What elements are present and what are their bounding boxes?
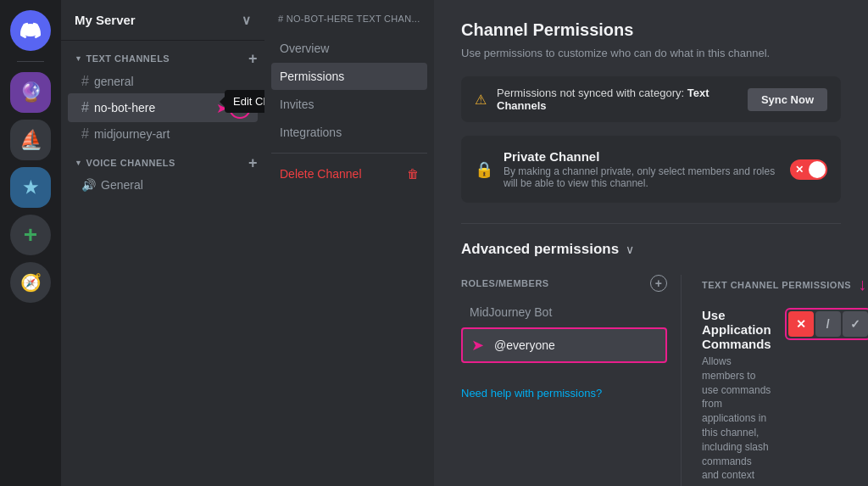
voice-channels-category[interactable]: ▼ VOICE CHANNELS + — [61, 152, 264, 174]
speaker-icon: 🔊 — [81, 178, 96, 192]
warning-icon: ⚠ — [475, 92, 487, 108]
private-channel-toggle[interactable]: ✕ — [790, 159, 827, 180]
sync-banner: ⚠ Permissions not synced with category: … — [461, 76, 841, 122]
roles-header: ROLES/MEMBERS + — [461, 275, 667, 292]
perm-deny-button[interactable]: ✕ — [788, 311, 814, 337]
category-chevron: ▼ — [75, 159, 82, 167]
server-header[interactable]: My Server ∨ — [61, 0, 264, 41]
sync-now-button[interactable]: Sync Now — [748, 88, 827, 111]
role-name: @everyone — [494, 338, 555, 352]
private-channel-title: Private Channel — [504, 149, 780, 164]
channel-name: no-bot-here — [94, 101, 216, 115]
settings-breadcrumb: # NO-BOT-HERE TEXT CHAN... — [271, 14, 427, 34]
server-icons-sidebar: 🔮 ⛵ ★ + 🧭 — [0, 0, 61, 486]
category-chevron: ▼ — [75, 54, 82, 63]
role-name: MidJourney Bot — [470, 305, 552, 319]
advanced-permissions-title: Advanced permissions — [461, 241, 619, 258]
section-divider — [461, 223, 841, 224]
server-chevron: ∨ — [242, 13, 251, 28]
help-permissions-link[interactable]: Need help with permissions? — [461, 387, 602, 399]
advanced-permissions-section: Advanced permissions ∨ ROLES/MEMBERS + M… — [461, 241, 841, 486]
nav-divider — [271, 153, 427, 154]
private-channel-info: Private Channel By making a channel priv… — [504, 149, 780, 189]
perms-header: TEXT CHANNEL PERMISSIONS ↓ — [702, 275, 868, 294]
pink-down-arrow-icon: ↓ — [858, 275, 867, 294]
settings-nav-delete-channel[interactable]: Delete Channel 🗑 — [271, 160, 427, 187]
add-voice-channel-button[interactable]: + — [248, 155, 258, 170]
perm-info: Use Application Commands Allows members … — [702, 308, 771, 486]
text-channels-category[interactable]: ▼ TEXT CHANNELS + — [61, 47, 264, 70]
perm-row: Use Application Commands Allows members … — [702, 308, 868, 486]
channel-general[interactable]: # general — [68, 70, 258, 92]
pink-arrow-icon: ➤ — [471, 336, 484, 355]
hash-icon: # — [81, 100, 89, 115]
channel-list: ▼ TEXT CHANNELS + # general # no-bot-her… — [61, 41, 264, 203]
channel-permissions-title: Channel Permissions — [461, 20, 841, 40]
voice-channels-label: VOICE CHANNELS — [86, 158, 175, 168]
server-icon-boat[interactable]: ⛵ — [10, 120, 51, 160]
private-channel-card: 🔒 Private Channel By making a channel pr… — [461, 136, 841, 203]
lock-icon: 🔒 — [475, 160, 493, 179]
role-item-everyone[interactable]: ➤ @everyone — [461, 327, 667, 363]
perm-title: Use Application Commands — [702, 308, 771, 351]
explore-button[interactable]: 🧭 — [10, 262, 51, 303]
settings-nav-integrations[interactable]: Integrations — [271, 119, 427, 146]
channel-midjourney-art[interactable]: # midjourney-art — [68, 123, 258, 145]
channel-no-bot-here[interactable]: # no-bot-here ➤ ⚙ Edit Channel — [68, 93, 258, 122]
add-role-button[interactable]: + — [650, 275, 667, 292]
gear-icon[interactable]: ⚙ — [229, 97, 251, 119]
settings-nav-invites[interactable]: Invites — [271, 91, 427, 118]
settings-nav-permissions[interactable]: Permissions — [271, 63, 427, 90]
channel-name: midjourney-art — [94, 127, 251, 141]
chevron-down-icon[interactable]: ∨ — [626, 243, 634, 256]
channel-permissions-section: Channel Permissions Use permissions to c… — [461, 20, 841, 203]
hash-icon: # — [81, 74, 89, 89]
perm-controls-wrapper: ✕ / ✓ — [785, 308, 868, 340]
perm-desc: Allows members to use commands from appl… — [702, 355, 771, 486]
channel-sidebar: My Server ∨ ▼ TEXT CHANNELS + # general … — [61, 0, 264, 486]
text-channels-label: TEXT CHANNELS — [86, 53, 170, 64]
permissions-grid: ROLES/MEMBERS + MidJourney Bot ➤ @everyo… — [461, 275, 841, 486]
settings-nav: # NO-BOT-HERE TEXT CHAN... Overview Perm… — [264, 0, 434, 486]
sync-text: Permissions not synced with category: Te… — [497, 87, 737, 112]
private-channel-desc: By making a channel private, only select… — [504, 165, 780, 189]
add-text-channel-button[interactable]: + — [248, 51, 258, 66]
advanced-permissions-header: Advanced permissions ∨ — [461, 241, 841, 258]
channel-general-voice[interactable]: 🔊 General — [68, 175, 258, 195]
trash-icon: 🗑 — [407, 167, 419, 181]
add-server-button[interactable]: + — [10, 215, 51, 255]
highlight-arrow-icon: ➤ — [216, 100, 227, 116]
toggle-knob — [809, 161, 826, 178]
hash-icon: # — [81, 126, 89, 142]
server-icon-purple[interactable]: 🔮 — [10, 72, 51, 113]
role-item-midjourney-bot[interactable]: MidJourney Bot — [461, 299, 667, 326]
perms-column: TEXT CHANNEL PERMISSIONS ↓ Use Applicati… — [682, 275, 868, 486]
perm-allow-button[interactable]: ✓ — [843, 311, 868, 337]
channel-name: general — [94, 75, 251, 88]
main-content: Channel Permissions Use permissions to c… — [434, 0, 868, 486]
settings-nav-overview[interactable]: Overview — [271, 35, 427, 62]
gear-circle[interactable]: ⚙ — [229, 97, 251, 119]
channel-name: General — [101, 178, 251, 192]
channel-permissions-desc: Use permissions to customize who can do … — [461, 47, 841, 59]
discord-icon[interactable] — [10, 10, 51, 51]
server-name: My Server — [75, 13, 136, 27]
roles-column: ROLES/MEMBERS + MidJourney Bot ➤ @everyo… — [461, 275, 682, 486]
toggle-x-icon: ✕ — [795, 164, 804, 176]
perm-neutral-button[interactable]: / — [815, 311, 841, 337]
server-icon-blue[interactable]: ★ — [10, 167, 51, 208]
